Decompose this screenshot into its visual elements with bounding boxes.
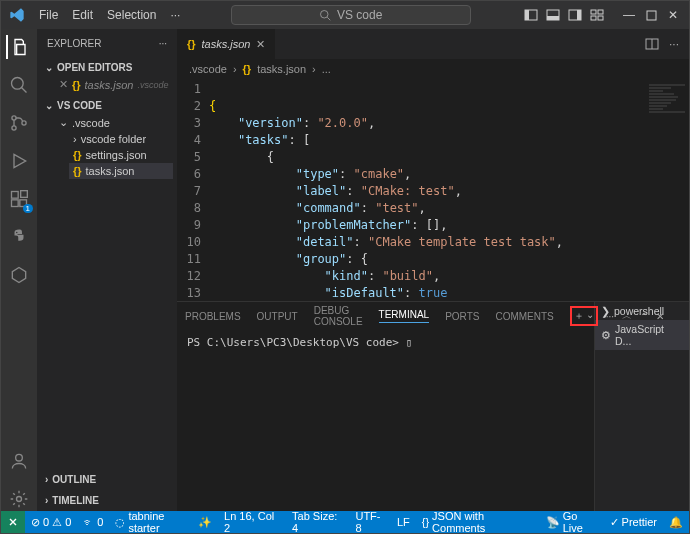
json-file-icon: {} xyxy=(72,79,81,91)
status-language[interactable]: {}JSON with Comments xyxy=(416,510,540,534)
status-prettier[interactable]: ✓Prettier xyxy=(604,510,663,534)
panel-tab-debug[interactable]: DEBUG CONSOLE xyxy=(314,305,363,327)
activity-search-icon[interactable] xyxy=(7,73,31,97)
check-icon: ✓ xyxy=(610,516,619,529)
svg-line-1 xyxy=(327,17,330,20)
status-golive[interactable]: 📡Go Live xyxy=(540,510,604,534)
json-file-icon: {} xyxy=(187,38,196,50)
activity-extensions-icon[interactable]: 1 xyxy=(7,187,31,211)
close-editor-icon[interactable]: ✕ xyxy=(59,78,68,91)
new-terminal-icon[interactable]: ＋ xyxy=(574,309,584,323)
new-terminal-dropdown-icon[interactable]: ⌄ xyxy=(586,309,594,323)
panel-tab-problems[interactable]: PROBLEMS xyxy=(185,311,241,322)
svg-line-14 xyxy=(22,88,27,93)
status-encoding[interactable]: UTF-8 xyxy=(349,510,390,534)
minimize-icon[interactable]: — xyxy=(621,7,637,23)
svg-rect-19 xyxy=(12,192,19,199)
open-editors-header[interactable]: ⌄OPEN EDITORS xyxy=(41,59,173,76)
status-tabnine[interactable]: ◌tabnine starter✨ xyxy=(109,510,218,534)
chevron-right-icon: › xyxy=(45,474,48,485)
menu-more[interactable]: ··· xyxy=(164,6,186,24)
svg-rect-3 xyxy=(525,10,529,20)
chevron-right-icon: › xyxy=(73,133,77,145)
svg-point-15 xyxy=(12,116,16,120)
json-file-icon: {} xyxy=(73,149,82,161)
status-eol[interactable]: LF xyxy=(391,510,416,534)
svg-point-17 xyxy=(22,121,26,125)
status-lncol[interactable]: Ln 16, Col 2 xyxy=(218,510,286,534)
panel-more-icon[interactable]: ··· xyxy=(606,311,614,322)
svg-rect-11 xyxy=(598,16,603,20)
chevron-down-icon: ⌄ xyxy=(45,62,53,73)
sparkle-icon: ✨ xyxy=(198,516,212,529)
maximize-icon[interactable] xyxy=(643,7,659,23)
status-ports[interactable]: ᯤ0 xyxy=(77,516,109,528)
file-settings[interactable]: {}settings.json xyxy=(69,147,173,163)
chevron-down-icon: ⌄ xyxy=(59,116,68,129)
json-icon: {} xyxy=(422,516,429,528)
warning-icon: ⚠ xyxy=(52,516,62,529)
svg-rect-7 xyxy=(577,10,581,20)
folder-sub[interactable]: ›vscode folder xyxy=(69,131,173,147)
search-icon xyxy=(319,9,331,21)
json-file-icon: {} xyxy=(73,165,82,177)
activity-explorer-icon[interactable] xyxy=(6,35,30,59)
json-file-icon: {} xyxy=(243,63,252,75)
layout-bottom-icon[interactable] xyxy=(545,7,561,23)
timeline-header[interactable]: ›TIMELINE xyxy=(41,492,173,509)
outline-header[interactable]: ›OUTLINE xyxy=(41,471,173,488)
panel-up-icon[interactable]: ︿ xyxy=(622,309,632,323)
status-bell-icon[interactable]: 🔔 xyxy=(663,510,689,534)
activity-extra-icon[interactable] xyxy=(7,263,31,287)
command-center-text: VS code xyxy=(337,8,382,22)
breadcrumb[interactable]: .vscode› {}tasks.json› ... xyxy=(177,59,689,79)
panel-maximize-icon[interactable]: ⌃ xyxy=(640,311,648,322)
panel-tab-comments[interactable]: COMMENTS xyxy=(495,311,553,322)
menu-selection[interactable]: Selection xyxy=(101,6,162,24)
activity-scm-icon[interactable] xyxy=(7,111,31,135)
workspace-header[interactable]: ⌄VS CODE xyxy=(41,97,173,114)
close-icon[interactable]: ✕ xyxy=(665,7,681,23)
panel-tab-ports[interactable]: PORTS xyxy=(445,311,479,322)
terminal-body[interactable]: PS C:\Users\PC3\Desktop\VS code> ▯ xyxy=(177,330,594,511)
broadcast-icon: 📡 xyxy=(546,516,560,529)
file-tasks[interactable]: {}tasks.json xyxy=(69,163,173,179)
svg-rect-12 xyxy=(647,11,656,20)
code-editor[interactable]: { "version": "2.0.0", "tasks": [ { "type… xyxy=(209,79,689,301)
tabnine-icon: ◌ xyxy=(115,516,125,529)
svg-point-24 xyxy=(17,497,22,502)
menu-file[interactable]: File xyxy=(33,6,64,24)
open-editor-item[interactable]: ✕ {} tasks.json .vscode xyxy=(55,76,173,93)
activity-python-icon[interactable] xyxy=(7,225,31,249)
minimap[interactable] xyxy=(649,83,685,163)
line-gutter: 12345678910111213141516 xyxy=(177,79,209,301)
svg-point-16 xyxy=(12,126,16,130)
tab-close-icon[interactable]: ✕ xyxy=(256,38,265,51)
status-errors[interactable]: ⊘0⚠0 xyxy=(25,516,77,529)
layout-grid-icon[interactable] xyxy=(589,7,605,23)
status-tabsize[interactable]: Tab Size: 4 xyxy=(286,510,349,534)
layout-right-icon[interactable] xyxy=(567,7,583,23)
editor-tab-tasks[interactable]: {} tasks.json ✕ xyxy=(177,29,276,59)
split-editor-icon[interactable] xyxy=(645,37,659,51)
explorer-more-icon[interactable]: ··· xyxy=(159,38,167,49)
layout-left-icon[interactable] xyxy=(523,7,539,23)
svg-rect-10 xyxy=(591,16,596,20)
panel-close-icon[interactable]: ✕ xyxy=(656,311,664,322)
folder-vscode[interactable]: ⌄.vscode xyxy=(55,114,173,131)
debug-icon: ⚙ xyxy=(601,329,611,341)
panel-tab-terminal[interactable]: TERMINAL xyxy=(379,309,430,323)
activity-settings-icon[interactable] xyxy=(7,487,31,511)
svg-marker-18 xyxy=(14,154,26,167)
command-center[interactable]: VS code xyxy=(231,5,471,25)
activity-account-icon[interactable] xyxy=(7,449,31,473)
remote-indicator[interactable] xyxy=(1,511,25,533)
error-icon: ⊘ xyxy=(31,516,40,529)
antenna-icon: ᯤ xyxy=(83,516,94,528)
activity-debug-icon[interactable] xyxy=(7,149,31,173)
vscode-logo-icon xyxy=(9,7,25,23)
menu-edit[interactable]: Edit xyxy=(66,6,99,24)
chevron-down-icon: ⌄ xyxy=(45,100,53,111)
panel-tab-output[interactable]: OUTPUT xyxy=(257,311,298,322)
editor-more-icon[interactable]: ··· xyxy=(669,37,679,51)
